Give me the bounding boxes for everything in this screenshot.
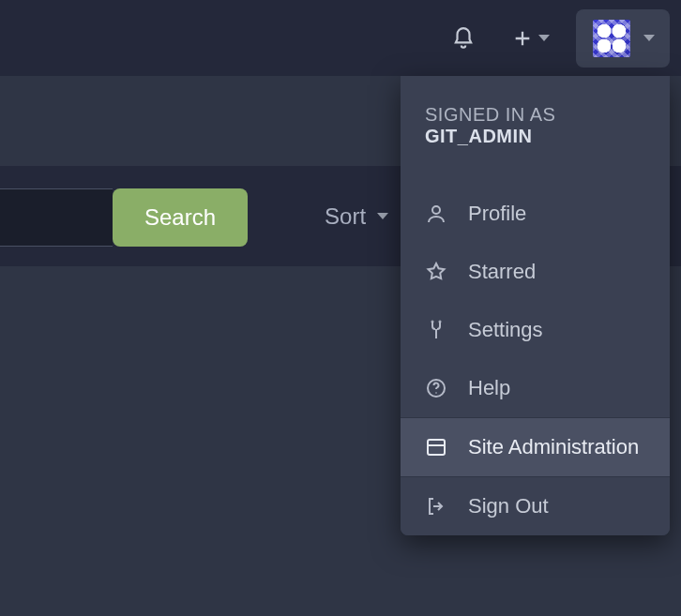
menu-item-settings[interactable]: Settings — [401, 301, 670, 359]
user-icon — [425, 203, 447, 225]
menu-item-label: Sign Out — [468, 494, 549, 518]
sort-dropdown[interactable]: Sort — [325, 203, 388, 230]
create-menu-button[interactable] — [512, 28, 550, 49]
help-icon — [425, 377, 447, 399]
svg-point-0 — [432, 206, 440, 214]
signout-icon — [425, 495, 447, 518]
menu-item-starred[interactable]: Starred — [401, 243, 670, 301]
server-icon — [425, 436, 447, 458]
signed-in-username: GIT_ADMIN — [425, 126, 533, 146]
signed-in-header: SIGNED IN AS GIT_ADMIN — [401, 76, 670, 185]
menu-item-sign-out[interactable]: Sign Out — [401, 477, 670, 535]
menu-item-label: Site Administration — [468, 435, 639, 459]
svg-point-2 — [440, 322, 441, 323]
sort-label: Sort — [325, 203, 366, 230]
star-icon — [425, 261, 447, 283]
signed-in-prefix: SIGNED IN AS — [425, 104, 555, 125]
avatar — [593, 20, 630, 57]
menu-item-label: Help — [468, 376, 510, 400]
chevron-down-icon — [538, 35, 550, 41]
wrench-icon — [425, 319, 447, 341]
menu-item-label: Starred — [468, 260, 536, 284]
plus-icon — [512, 28, 533, 49]
svg-rect-5 — [428, 440, 445, 455]
notifications-button[interactable] — [441, 16, 486, 61]
menu-item-label: Profile — [468, 202, 526, 226]
svg-point-1 — [432, 322, 433, 323]
menu-item-profile[interactable]: Profile — [401, 185, 670, 243]
top-navbar — [0, 0, 681, 76]
svg-point-4 — [435, 392, 437, 394]
menu-item-site-administration[interactable]: Site Administration — [401, 418, 670, 476]
search-group: Search — [0, 188, 248, 247]
search-input[interactable] — [0, 188, 113, 247]
chevron-down-icon — [643, 35, 655, 41]
chevron-down-icon — [377, 213, 388, 219]
user-dropdown-menu: SIGNED IN AS GIT_ADMIN Profile Starred S… — [401, 76, 670, 535]
bell-icon — [451, 26, 476, 51]
menu-item-label: Settings — [468, 318, 543, 342]
search-button[interactable]: Search — [113, 188, 248, 247]
menu-item-help[interactable]: Help — [401, 359, 670, 417]
user-menu-button[interactable] — [576, 9, 670, 68]
